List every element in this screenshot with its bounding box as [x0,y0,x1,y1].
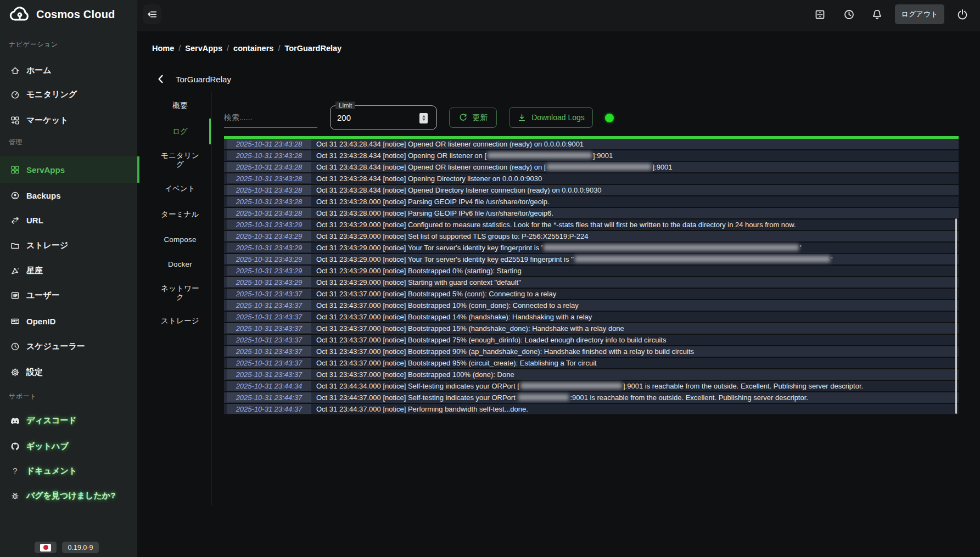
sidebar-item-backups[interactable]: Backups [0,187,137,204]
logout-button[interactable]: ログアウト [895,4,944,24]
tab-ターミナル[interactable]: ターミナル [159,210,201,219]
sidebar-item-market[interactable]: マーケット [0,111,137,129]
log-row: 2025-10-31 23:43:29Oct 31 23:43:29.000 [… [224,277,959,288]
log-row: 2025-10-31 23:43:28Oct 31 23:43:28.434 [… [224,139,959,149]
log-timestamp: 2025-10-31 23:44:37 [227,392,311,402]
log-message: Oct 31 23:43:29.000 [notice] Configured … [316,220,796,230]
log-message: Oct 31 23:43:37.000 [notice] Bootstrappe… [316,335,666,345]
tab-ストレージ[interactable]: ストレージ [159,317,201,325]
breadcrumb-item[interactable]: Home [152,44,174,53]
backup-icon [10,191,20,200]
refresh-icon [458,113,468,122]
sidebar-item-users[interactable]: ユーザー [0,286,137,304]
history-icon-button[interactable] [842,8,855,21]
sidebar-toggle-button[interactable] [143,4,161,24]
sidebar-item-storage[interactable]: ストレージ [0,237,137,254]
sidebar-item-label: 設定 [26,367,43,378]
refresh-button[interactable]: 更新 [449,108,497,128]
breadcrumb-item[interactable]: TorGuardRelay [284,44,341,53]
breadcrumb-item[interactable]: ServApps [185,44,222,53]
tab-イベント[interactable]: イベント [159,184,201,193]
log-scrollbar-thumb[interactable] [955,218,957,414]
home-icon [10,66,20,75]
sidebar-item-constellation[interactable]: 星座 [0,262,137,279]
log-message: Oct 31 23:43:28.434 [notice] Opening Dir… [316,173,542,184]
log-search-input[interactable]: 検索...... [224,113,317,128]
clock-icon [10,342,20,351]
sidebar-item-github[interactable]: ギットハブ [0,437,137,455]
sidebar-item-label: ギットハブ [26,441,69,452]
limit-label: Limit [335,102,355,109]
log-timestamp: 2025-10-31 23:43:37 [227,335,311,345]
log-row: 2025-10-31 23:43:29Oct 31 23:43:29.000 [… [224,220,959,230]
tab-Docker[interactable]: Docker [159,260,201,269]
log-row: 2025-10-31 23:43:28Oct 31 23:43:28.434 [… [224,185,959,195]
log-timestamp: 2025-10-31 23:43:37 [227,358,311,368]
sidebar-item-docs[interactable]: ?ドキュメント [0,462,137,480]
log-timestamp: 2025-10-31 23:44:34 [227,381,311,391]
caret-up-icon[interactable] [422,115,425,117]
power-button[interactable] [956,8,969,21]
log-row: 2025-10-31 23:43:37Oct 31 23:43:37.000 [… [224,323,959,334]
log-message: Oct 31 23:43:28.434 [notice] Opened OR l… [316,139,584,149]
sidebar-item-servapps[interactable]: ServApps [0,156,139,183]
server-apps-icon-button[interactable] [813,8,826,21]
log-timestamp: 2025-10-31 23:43:37 [227,312,311,322]
log-message: Oct 31 23:43:37.000 [notice] Bootstrappe… [316,289,556,299]
tab-Compose[interactable]: Compose [159,235,201,244]
sidebar-item-bug[interactable]: バグを見つけましたか? [0,487,137,504]
log-timestamp: 2025-10-31 23:43:28 [227,162,311,172]
log-timestamp: 2025-10-31 23:43:29 [227,266,311,275]
svg-text:?: ? [13,466,17,475]
sidebar-item-label: モニタリング [26,89,77,100]
log-message: Oct 31 23:44:37.000 [notice] Performing … [316,404,528,414]
sidebar-item-home[interactable]: ホーム [0,61,137,79]
sidebar-item-scheduler[interactable]: スケジューラー [0,337,137,355]
menu-open-icon [147,9,158,20]
back-button[interactable] [155,74,166,85]
limit-stepper[interactable] [419,113,428,123]
version-badge[interactable]: 0.19.0-9 [62,542,99,553]
tab-概要[interactable]: 概要 [159,102,201,110]
log-timestamp: 2025-10-31 23:43:29 [227,231,311,241]
log-message: Oct 31 23:43:29.000 [notice] Your Tor se… [316,254,832,265]
sidebar-item-openid[interactable]: OpenID [0,312,137,330]
language-button[interactable] [35,542,57,553]
log-row: 2025-10-31 23:43:29Oct 31 23:43:29.000 [… [224,243,959,253]
market-icon [10,116,20,125]
constellation-icon [10,266,20,275]
log-row: 2025-10-31 23:43:37Oct 31 23:43:37.000 [… [224,369,959,380]
caret-down-icon[interactable] [422,119,425,121]
log-message: Oct 31 23:43:29.000 [notice] Bootstrappe… [316,266,522,276]
limit-input[interactable]: Limit 200 [330,105,437,130]
tab-ネットワーク[interactable]: ネットワーク [159,284,201,301]
sidebar-item-label: ディスコード [26,415,77,426]
log-timestamp: 2025-10-31 23:43:37 [227,300,311,310]
sidebar-item-label: OpenID [26,317,55,326]
sidebar-item-settings[interactable]: 設定 [0,363,137,381]
sidebar-item-label: ServApps [26,165,65,175]
sidebar-section-label: サポート [9,392,37,401]
sidebar-item-url[interactable]: URL [0,211,137,229]
sidebar-item-discord[interactable]: ディスコード [0,412,137,429]
tab-ログ[interactable]: ログ [159,127,201,136]
sidebar-item-label: マーケット [26,115,68,126]
log-timestamp: 2025-10-31 23:43:37 [227,289,311,299]
sidebar-item-monitoring[interactable]: モニタリング [0,86,137,103]
search-underline [224,127,317,128]
sidebar-item-label: ドキュメント [26,466,77,476]
log-row: 2025-10-31 23:44:37Oct 31 23:44:37.000 [… [224,404,959,414]
log-message: Oct 31 23:43:37.000 [notice] Bootstrappe… [316,358,597,368]
breadcrumb-separator: / [178,44,181,53]
log-timestamp: 2025-10-31 23:43:28 [227,208,311,218]
log-row: 2025-10-31 23:43:37Oct 31 23:43:37.000 [… [224,300,959,311]
log-message: Oct 31 23:43:29.000 [notice] Your Tor se… [316,243,802,253]
notifications-bell-icon-button[interactable] [870,8,883,21]
redacted-text [488,152,592,159]
breadcrumb-item[interactable]: containers [233,44,273,53]
log-timestamp: 2025-10-31 23:43:29 [227,243,311,252]
tab-モニタリング[interactable]: モニタリング [159,151,201,168]
log-message: Oct 31 23:43:28.000 [notice] Parsing GEO… [316,208,553,218]
log-row: 2025-10-31 23:43:37Oct 31 23:43:37.000 [… [224,289,959,299]
download-logs-button[interactable]: Download Logs [509,107,593,128]
